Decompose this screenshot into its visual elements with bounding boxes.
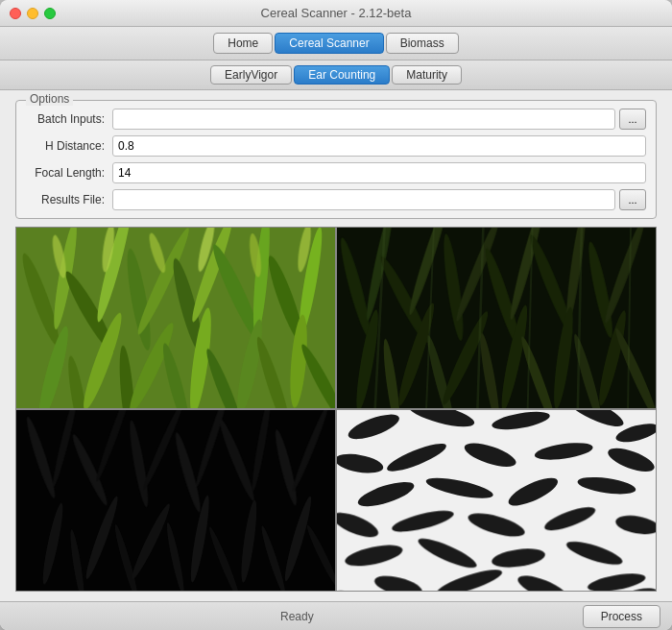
status-bar: Ready Process [0,601,672,630]
window-controls [10,8,56,19]
results-file-browse[interactable]: ... [619,189,646,210]
tab-biomass[interactable]: Biomass [386,33,459,54]
image-bottom-right [337,410,656,591]
tab-early-vigor[interactable]: EarlyVigor [210,65,292,85]
main-toolbar: Home Cereal Scanner Biomass [0,27,672,61]
image-grid [15,227,657,592]
grass-svg-tr [337,228,656,408]
batch-inputs-row: Batch Inputs: ... [26,109,646,130]
main-window: Cereal Scanner - 2.12-beta Home Cereal S… [0,0,672,630]
focal-length-label: Focal Length: [26,166,112,180]
grass-svg-tl [16,228,335,408]
close-button[interactable] [10,8,21,19]
maximize-button[interactable] [44,8,56,19]
options-legend: Options [26,92,73,106]
batch-inputs-field[interactable] [112,109,615,130]
h-distance-field[interactable] [112,135,646,157]
batch-inputs-browse[interactable]: ... [619,109,646,130]
minimize-button[interactable] [27,8,38,19]
process-button[interactable]: Process [583,605,660,628]
tab-maturity[interactable]: Maturity [392,65,462,85]
options-group: Options Batch Inputs: ... H Distance: Fo… [15,100,657,219]
results-file-label: Results File: [26,193,112,206]
status-text: Ready [12,610,583,623]
window-title: Cereal Scanner - 2.12-beta [261,6,412,20]
sub-toolbar: EarlyVigor Ear Counting Maturity [0,61,672,90]
image-top-left [16,228,335,408]
image-bottom-left [16,410,335,591]
tab-home[interactable]: Home [213,33,273,54]
tab-ear-counting[interactable]: Ear Counting [294,65,390,85]
results-file-field[interactable] [112,189,615,210]
grass-svg-bl [16,410,335,591]
tab-cereal-scanner[interactable]: Cereal Scanner [275,33,383,54]
h-distance-row: H Distance: [26,135,646,157]
grass-svg-br [337,410,656,591]
image-top-right [337,228,656,408]
title-bar: Cereal Scanner - 2.12-beta [0,0,672,27]
h-distance-label: H Distance: [26,139,112,153]
focal-length-field[interactable] [112,162,646,183]
batch-inputs-label: Batch Inputs: [26,112,112,126]
content-area: Options Batch Inputs: ... H Distance: Fo… [0,90,672,601]
results-file-row: Results File: ... [26,189,646,210]
focal-length-row: Focal Length: [26,162,646,183]
